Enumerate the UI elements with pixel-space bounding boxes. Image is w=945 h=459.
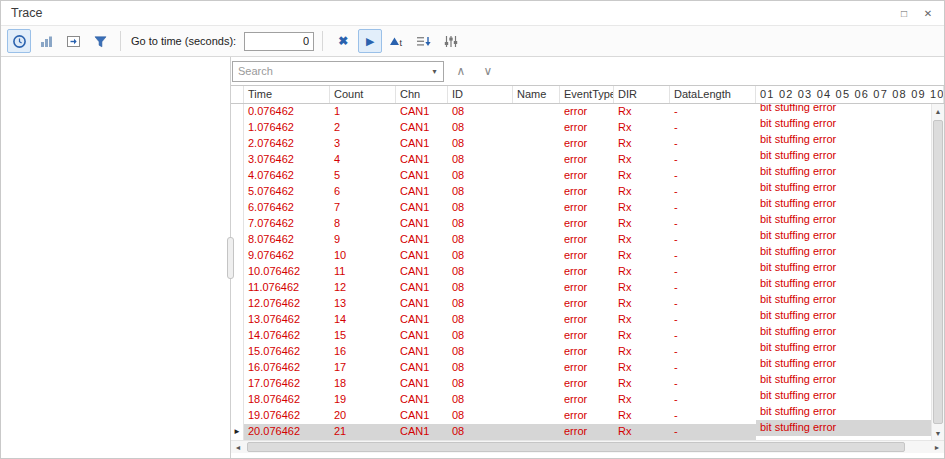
details-panel-button[interactable]: [61, 29, 85, 53]
clear-search-button[interactable]: ✖: [331, 29, 355, 53]
cell-name: [513, 392, 560, 408]
cell-data: bit stuffing error: [756, 196, 931, 212]
detail-panel: [1, 57, 231, 458]
scroll-right-button[interactable]: ►: [930, 441, 944, 453]
column-header-datalength[interactable]: DataLength: [670, 86, 756, 103]
cell-eventtype: error: [560, 216, 614, 232]
cell-time: 16.076462: [244, 360, 330, 376]
cell-name: [513, 200, 560, 216]
cell-name: [513, 184, 560, 200]
trace-table: TimeCountChnIDNameEventTypeDIRDataLength…: [231, 85, 944, 440]
settings-button[interactable]: [439, 29, 463, 53]
scroll-left-button[interactable]: ◄: [231, 441, 245, 453]
cell-datalength: -: [670, 264, 756, 280]
cell-datalength: -: [670, 104, 756, 120]
row-marker-cell: [231, 152, 244, 168]
cell-data: bit stuffing error: [756, 260, 931, 276]
column-header-id[interactable]: ID: [448, 86, 513, 103]
cell-id: 08: [448, 376, 513, 392]
column-header-eventtype[interactable]: EventType: [560, 86, 614, 103]
cell-datalength: -: [670, 184, 756, 200]
cell-data: bit stuffing error: [756, 292, 931, 308]
dropdown-arrow-icon[interactable]: ▾: [426, 62, 443, 81]
goto-time-input[interactable]: [244, 32, 314, 51]
row-marker-cell: [231, 344, 244, 360]
toolbar-separator: [322, 31, 323, 51]
cell-name: [513, 408, 560, 424]
row-marker-cell: [231, 312, 244, 328]
cell-datalength: -: [670, 152, 756, 168]
cell-name: [513, 232, 560, 248]
filter-button[interactable]: [88, 29, 112, 53]
cell-time: 10.076462: [244, 264, 330, 280]
column-header-data[interactable]: 01 02 03 04 05 06 07 08 09 10: [756, 86, 944, 103]
search-next-button[interactable]: ∨: [478, 61, 498, 81]
column-header-count[interactable]: Count: [330, 86, 396, 103]
search-input[interactable]: [233, 62, 426, 81]
horizontal-scroll-thumb[interactable]: [247, 442, 905, 452]
go-to-time-button[interactable]: ▶: [358, 29, 382, 53]
splitter-handle[interactable]: [227, 237, 234, 279]
cell-dir: Rx: [614, 248, 670, 264]
cell-time: 6.076462: [244, 200, 330, 216]
column-header-name[interactable]: Name: [513, 86, 560, 103]
column-header-dir[interactable]: DIR: [614, 86, 670, 103]
maximize-button[interactable]: □: [898, 8, 910, 19]
chevron-up-icon: ∧: [457, 64, 466, 78]
cell-time: 20.076462: [244, 424, 330, 440]
horizontal-scroll-track[interactable]: [245, 441, 930, 453]
column-header-chn[interactable]: Chn: [396, 86, 448, 103]
cell-time: 0.076462: [244, 104, 330, 120]
cell-time: 15.076462: [244, 344, 330, 360]
scroll-down-button[interactable]: ▼: [932, 426, 944, 440]
cell-chn: CAN1: [396, 296, 448, 312]
scroll-up-button[interactable]: ▲: [932, 104, 944, 118]
cell-time: 8.076462: [244, 232, 330, 248]
cell-id: 08: [448, 232, 513, 248]
cell-id: 08: [448, 264, 513, 280]
cell-eventtype: error: [560, 312, 614, 328]
cell-dir: Rx: [614, 312, 670, 328]
time-mode-button[interactable]: [7, 29, 31, 53]
cell-datalength: -: [670, 312, 756, 328]
vertical-scroll-thumb[interactable]: [933, 120, 943, 424]
column-header-time[interactable]: Time: [244, 86, 330, 103]
cell-chn: CAN1: [396, 232, 448, 248]
cell-id: 08: [448, 344, 513, 360]
cell-eventtype: error: [560, 152, 614, 168]
vertical-scroll-track[interactable]: [932, 118, 944, 426]
cell-name: [513, 312, 560, 328]
svg-text:t: t: [400, 38, 403, 48]
cell-time: 14.076462: [244, 328, 330, 344]
table-row[interactable]: ►20.07646221CAN108errorRx-bit stuffing e…: [231, 424, 931, 440]
table-body: 0.0764621CAN108errorRx-bit stuffing erro…: [231, 104, 944, 440]
cell-chn: CAN1: [396, 104, 448, 120]
cell-eventtype: error: [560, 184, 614, 200]
close-button[interactable]: ✕: [922, 8, 934, 19]
row-marker-cell: [231, 280, 244, 296]
cell-id: 08: [448, 392, 513, 408]
cell-dir: Rx: [614, 104, 670, 120]
cell-name: [513, 216, 560, 232]
cell-time: 4.076462: [244, 168, 330, 184]
cell-data: bit stuffing error: [756, 324, 931, 340]
search-previous-button[interactable]: ∧: [451, 61, 471, 81]
cell-datalength: -: [670, 200, 756, 216]
cell-time: 19.076462: [244, 408, 330, 424]
cell-dir: Rx: [614, 216, 670, 232]
cell-count: 11: [330, 264, 396, 280]
cell-datalength: -: [670, 296, 756, 312]
cell-count: 10: [330, 248, 396, 264]
cell-id: 08: [448, 280, 513, 296]
cell-data: bit stuffing error: [756, 372, 931, 388]
row-marker-cell: [231, 296, 244, 312]
statistics-button[interactable]: [34, 29, 58, 53]
cell-eventtype: error: [560, 136, 614, 152]
cell-eventtype: error: [560, 168, 614, 184]
sort-button[interactable]: [412, 29, 436, 53]
cell-datalength: -: [670, 360, 756, 376]
vertical-scrollbar[interactable]: ▲ ▼: [931, 104, 944, 440]
horizontal-scrollbar[interactable]: ◄ ►: [231, 440, 944, 453]
search-row: ▾ ∧ ∨: [231, 57, 944, 85]
time-difference-button[interactable]: t: [385, 29, 409, 53]
